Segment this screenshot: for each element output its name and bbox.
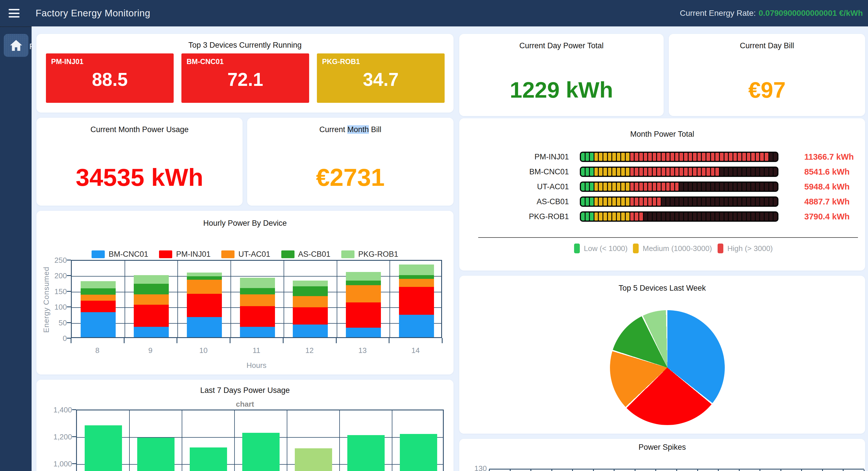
gauge-segment xyxy=(671,153,674,161)
gauge-segment xyxy=(715,212,719,220)
hourly-xtick-label: 11 xyxy=(230,346,283,355)
gauge-segment xyxy=(630,198,634,206)
gauge-segment xyxy=(666,198,670,206)
gauge-segment xyxy=(603,153,607,161)
gauge-segment xyxy=(590,212,594,220)
hourly-legend: BM-CNC01PM-INJ01UT-AC01AS-CB01PKG-ROB1 xyxy=(36,250,454,259)
gauge-segment xyxy=(594,212,598,220)
hourly-legend-item: BM-CNC01 xyxy=(92,250,148,259)
gauge-segment xyxy=(747,212,751,220)
gauge-segment xyxy=(774,168,777,176)
last7-bar xyxy=(295,448,332,471)
gauge-segment xyxy=(729,183,733,191)
hourly-ytick xyxy=(67,260,71,261)
gauge-segment xyxy=(706,212,710,220)
gauge-segment xyxy=(653,183,656,191)
hourly-yaxis-title: Energy Consumed xyxy=(42,263,51,337)
gauge-device-label: UT-AC01 xyxy=(459,182,580,191)
gauge-segment xyxy=(671,183,674,191)
gauge-segment xyxy=(760,168,764,176)
month-bill-card: Current Month Bill €2731 xyxy=(247,118,454,206)
device-tile-PKG-ROB1: PKG-ROB134.7 xyxy=(317,53,445,103)
rate-unit: €/kWh xyxy=(839,9,863,18)
gauge-segment xyxy=(671,212,674,220)
spikes-ytick-label: 130 xyxy=(459,464,487,471)
spikes-xtick xyxy=(655,470,656,471)
gauge-segment xyxy=(586,212,589,220)
hourly-xtick xyxy=(124,338,125,343)
last7-bar-chart: 1,4001,2001,000 xyxy=(36,380,454,471)
gauge-segment xyxy=(724,212,728,220)
gauge-segment xyxy=(653,168,656,176)
gauge-segment xyxy=(769,183,773,191)
hourly-legend-label: UT-AC01 xyxy=(238,250,270,259)
spikes-xtick xyxy=(634,470,636,471)
spikes-xtick xyxy=(572,470,573,471)
gauge-segment xyxy=(774,198,777,206)
gauge-segment xyxy=(693,198,696,206)
gauge-segment xyxy=(612,198,616,206)
month-bill-title: Current Month Bill xyxy=(247,118,454,134)
gauge-segment xyxy=(742,183,746,191)
gauge-segment xyxy=(581,153,585,161)
last7-bar xyxy=(85,425,122,471)
hourly-ytick-label: 250 xyxy=(36,256,67,265)
gauge-segment xyxy=(603,168,607,176)
gauge-segment xyxy=(689,168,692,176)
gauge-segment xyxy=(666,153,670,161)
gauge-segment xyxy=(608,153,612,161)
gauge-segment xyxy=(679,198,683,206)
home-button[interactable] xyxy=(4,34,28,57)
gauge-segment xyxy=(742,212,746,220)
spikes-xtick xyxy=(489,470,490,471)
gauge-segment xyxy=(648,168,652,176)
gauge-segment xyxy=(599,183,602,191)
hourly-legend-label: PKG-ROB1 xyxy=(358,250,398,259)
menu-icon[interactable] xyxy=(9,9,20,18)
gauge-segment xyxy=(711,212,715,220)
stacked-bar-BM-CNC01 xyxy=(187,317,222,337)
gauge-value: 5948.4 kWh xyxy=(804,182,849,192)
gauge-segment xyxy=(662,183,665,191)
hourly-legend-label: PM-INJ01 xyxy=(176,250,210,259)
device-tile-PM-INJ01: PM-INJ0188.5 xyxy=(46,53,174,103)
gauge-segment xyxy=(706,168,710,176)
gauge-segment xyxy=(657,198,661,206)
hourly-plot-area xyxy=(71,260,442,338)
gauge-row-BM-CNC01: BM-CNC018541.6 kWh xyxy=(459,167,865,177)
gauge-segment xyxy=(634,212,639,220)
gauge-segment xyxy=(711,153,715,161)
gauge-segment xyxy=(693,183,696,191)
spikes-xtick xyxy=(530,470,531,471)
hourly-ytick xyxy=(67,338,71,338)
hourly-xtick xyxy=(177,338,177,343)
dashboard-content: Top 3 Devices Currently Running PM-INJ01… xyxy=(32,26,868,471)
hourly-ytick-label: 0 xyxy=(36,334,67,343)
gauge-segment xyxy=(608,168,612,176)
gauge-segment xyxy=(581,183,585,191)
gauge-segment xyxy=(698,153,701,161)
hourly-xtick xyxy=(389,338,390,343)
gauge-segment xyxy=(738,198,741,206)
gauge-segment xyxy=(760,212,764,220)
day-total-card: Current Day Power Total 1229 kWh xyxy=(459,34,663,116)
gauge-legend-label: Low (< 1000) xyxy=(584,244,627,253)
gauge-segment xyxy=(733,168,737,176)
legend-swatch-icon xyxy=(92,251,105,258)
gauge-segment xyxy=(630,168,634,176)
gauge-segment xyxy=(760,183,764,191)
gauge-segment xyxy=(729,212,733,220)
gauge-segment xyxy=(706,198,710,206)
gauge-segment xyxy=(608,212,612,220)
gauge-segment xyxy=(765,183,768,191)
gauge-segment xyxy=(662,168,665,176)
gauge-segment xyxy=(702,183,706,191)
gauge-segment xyxy=(679,212,683,220)
gauge-segment xyxy=(581,198,585,206)
hourly-ytick xyxy=(67,322,71,323)
gauge-segment xyxy=(594,168,598,176)
gauge-segment xyxy=(720,183,724,191)
gauge-segment xyxy=(747,153,751,161)
hourly-stacked-bar-chart: BM-CNC01PM-INJ01UT-AC01AS-CB01PKG-ROB105… xyxy=(36,211,454,375)
gauge-segment xyxy=(657,168,661,176)
